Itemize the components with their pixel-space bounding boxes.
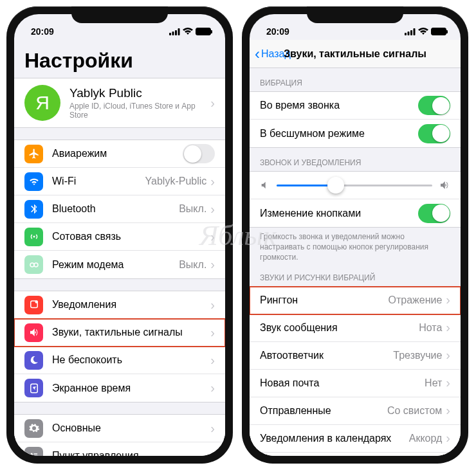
slider-thumb[interactable] — [327, 177, 344, 194]
row-general[interactable]: Основные › — [14, 415, 225, 442]
chevron-right-icon: › — [446, 375, 450, 390]
change-buttons-toggle[interactable] — [418, 204, 450, 223]
dnd-icon — [24, 351, 43, 370]
apple-id-row[interactable]: Я Yablyk Public Apple ID, iCloud, iTunes… — [14, 78, 225, 127]
detail: Аккорд — [409, 433, 443, 444]
row-bluetooth[interactable]: Bluetooth Выкл. › — [14, 195, 225, 223]
chevron-left-icon: ‹ — [255, 46, 260, 62]
label: Сотовая связь — [52, 231, 210, 242]
detail: Выкл. — [179, 259, 206, 271]
wifi-settings-icon — [24, 172, 43, 191]
row-vibrate-silent[interactable]: В бесшумном режиме — [250, 120, 461, 147]
back-button[interactable]: ‹ Назад — [255, 46, 291, 62]
row-new-mail[interactable]: Новая почта Нет › — [250, 370, 461, 397]
chevron-right-icon: › — [446, 348, 450, 363]
cellular-signal-icon — [405, 28, 416, 35]
row-vibrate-ring[interactable]: Во время звонка — [250, 92, 461, 120]
row-sounds[interactable]: Звуки, тактильные сигналы › — [14, 319, 225, 347]
section-vibration: ВИБРАЦИЯ — [250, 68, 461, 91]
detail: Трезвучие — [393, 350, 442, 361]
label: Wi-Fi — [52, 176, 145, 187]
chevron-right-icon: › — [210, 421, 215, 436]
detail: Нет — [425, 377, 442, 389]
row-hotspot[interactable]: Режим модема Выкл. › — [14, 251, 225, 278]
vibrate-silent-toggle[interactable] — [418, 124, 450, 143]
sounds-content[interactable]: ВИБРАЦИЯ Во время звонка В бесшумном реж… — [250, 68, 461, 456]
detail: Со свистом — [387, 405, 442, 417]
svg-rect-16 — [405, 33, 407, 35]
status-time: 20:09 — [266, 26, 289, 37]
row-cellular[interactable]: Сотовая связь › — [14, 223, 225, 251]
settings-content[interactable]: Настройки Я Yablyk Public Apple ID, iClo… — [14, 40, 225, 456]
row-text-tone[interactable]: Звук сообщения Нота › — [250, 314, 461, 342]
row-reminder-alerts[interactable]: Уведомления Аккорд › — [250, 453, 461, 456]
chevron-right-icon: › — [210, 353, 215, 368]
volume-low-icon — [260, 180, 270, 190]
status-time: 20:09 — [31, 26, 54, 37]
battery-icon — [196, 28, 211, 35]
wifi-icon — [418, 28, 428, 35]
label: Звук сообщения — [260, 322, 419, 334]
row-ringtone[interactable]: Рингтон Отражение › — [250, 287, 461, 314]
chevron-right-icon: › — [446, 293, 450, 307]
svg-rect-11 — [33, 453, 37, 455]
row-wifi[interactable]: Wi-Fi Yablyk-Public › — [14, 168, 225, 195]
svg-rect-3 — [178, 28, 180, 35]
chevron-right-icon: › — [210, 230, 215, 244]
airplane-toggle[interactable] — [183, 144, 215, 163]
detail: Yablyk-Public — [145, 176, 207, 187]
svg-rect-18 — [410, 30, 412, 35]
screentime-icon — [24, 379, 43, 397]
row-volume-slider[interactable] — [250, 172, 461, 199]
airplane-icon — [24, 145, 43, 163]
vibrate-ring-toggle[interactable] — [418, 96, 450, 115]
label: Экранное время — [52, 383, 210, 394]
svg-point-5 — [30, 263, 34, 267]
label: Автоответчик — [260, 350, 393, 361]
volume-slider[interactable] — [277, 185, 432, 186]
row-change-with-buttons[interactable]: Изменение кнопками — [250, 199, 461, 227]
svg-point-4 — [33, 236, 35, 238]
row-calendar-alerts[interactable]: Уведомления в календарях Аккорд › — [250, 425, 461, 453]
row-airplane[interactable]: Авиарежим — [14, 140, 225, 168]
label: Изменение кнопками — [260, 208, 418, 219]
screen-right: 20:09 ‹ Назад Звуки, тактильные сигналы … — [250, 14, 461, 456]
row-dnd[interactable]: Не беспокоить › — [14, 347, 225, 374]
row-notifications[interactable]: Уведомления › — [14, 291, 225, 319]
status-right — [405, 28, 446, 35]
battery-icon — [431, 28, 446, 35]
svg-point-6 — [34, 263, 38, 267]
detail: Отражение — [388, 294, 442, 306]
row-control-center[interactable]: Пункт управления › — [14, 442, 225, 456]
detail: Нота — [419, 322, 442, 334]
chevron-right-icon: › — [210, 174, 215, 189]
chevron-right-icon: › — [210, 298, 215, 312]
svg-rect-17 — [408, 32, 410, 35]
screen-left: 20:09 Настройки Я Yablyk Public Apple ID… — [14, 14, 225, 456]
phone-right: 20:09 ‹ Назад Звуки, тактильные сигналы … — [242, 6, 468, 464]
wifi-icon — [183, 28, 193, 35]
footer-ringer: Громкость звонка и уведомлений можно нас… — [250, 228, 461, 267]
label: Уведомления в календарях — [260, 433, 409, 444]
label: Основные — [52, 422, 210, 434]
row-voicemail[interactable]: Автоответчик Трезвучие › — [250, 342, 461, 370]
svg-point-8 — [35, 300, 38, 303]
chevron-right-icon: › — [210, 381, 215, 395]
svg-rect-19 — [414, 28, 416, 35]
label: Пункт управления — [52, 450, 210, 456]
hotspot-icon — [24, 255, 43, 274]
label: Звуки, тактильные сигналы — [52, 327, 210, 338]
svg-rect-2 — [175, 30, 177, 35]
svg-rect-0 — [169, 33, 171, 35]
nav-bar: ‹ Назад Звуки, тактильные сигналы — [250, 40, 461, 68]
chevron-right-icon: › — [210, 257, 215, 272]
svg-rect-1 — [172, 32, 174, 35]
row-sent-mail[interactable]: Отправленные Со свистом › — [250, 397, 461, 425]
chevron-right-icon: › — [210, 202, 215, 217]
status-right — [169, 28, 211, 35]
profile-name: Yablyk Public — [69, 86, 210, 100]
volume-high-icon — [439, 179, 450, 191]
label: Рингтон — [260, 294, 388, 306]
row-screentime[interactable]: Экранное время › — [14, 374, 225, 402]
chevron-right-icon: › — [446, 403, 450, 418]
